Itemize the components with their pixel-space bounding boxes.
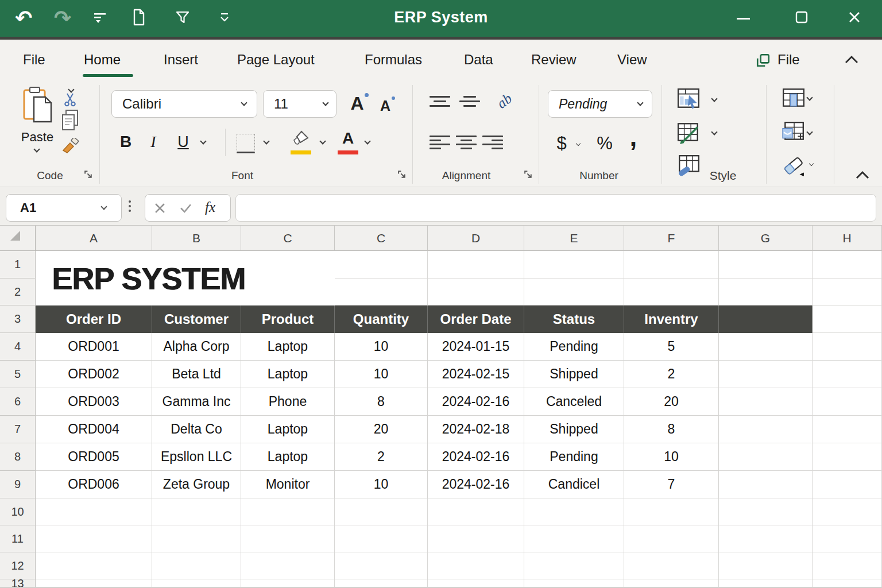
table-cell[interactable]: 2024-02-15 bbox=[428, 361, 524, 388]
cell[interactable] bbox=[241, 525, 335, 552]
cell[interactable] bbox=[152, 498, 241, 525]
table-cell[interactable]: 2 bbox=[624, 361, 719, 388]
cell[interactable] bbox=[813, 333, 882, 361]
cell[interactable] bbox=[524, 552, 624, 579]
cell[interactable] bbox=[813, 443, 882, 471]
column-header[interactable]: C bbox=[241, 226, 335, 251]
cell[interactable] bbox=[524, 251, 624, 278]
table-header-cell[interactable]: Customer bbox=[152, 305, 241, 333]
cell[interactable] bbox=[813, 278, 882, 305]
column-header[interactable]: A bbox=[36, 226, 152, 251]
table-header-cell[interactable] bbox=[719, 305, 813, 333]
cell[interactable] bbox=[813, 471, 882, 498]
select-all-corner[interactable] bbox=[0, 226, 36, 251]
cell[interactable] bbox=[624, 525, 719, 552]
table-cell[interactable]: 10 bbox=[624, 443, 719, 471]
cell[interactable] bbox=[524, 525, 624, 552]
table-header-cell[interactable]: Quantity bbox=[335, 305, 428, 333]
cell[interactable] bbox=[813, 552, 882, 579]
cell[interactable] bbox=[719, 498, 813, 525]
cell[interactable] bbox=[524, 278, 624, 305]
table-cell[interactable]: Alpha Corp bbox=[152, 333, 241, 361]
table-cell[interactable]: ORD001 bbox=[36, 333, 152, 361]
table-cell[interactable]: Shipped bbox=[524, 361, 624, 388]
cell[interactable] bbox=[36, 525, 152, 552]
cell[interactable] bbox=[152, 525, 241, 552]
cell[interactable] bbox=[335, 278, 428, 305]
table-cell[interactable]: 7 bbox=[624, 471, 719, 498]
row-header[interactable]: 9 bbox=[0, 471, 36, 498]
row-header[interactable]: 12 bbox=[0, 552, 36, 579]
table-cell[interactable]: 20 bbox=[624, 388, 719, 416]
table-header-cell[interactable]: Order Date bbox=[428, 305, 524, 333]
cell[interactable] bbox=[428, 525, 524, 552]
cell[interactable] bbox=[813, 416, 882, 443]
cell[interactable] bbox=[241, 498, 335, 525]
table-cell[interactable]: Phone bbox=[241, 388, 335, 416]
table-cell[interactable]: Canceled bbox=[524, 388, 624, 416]
table-cell[interactable]: 2024-02-16 bbox=[428, 471, 524, 498]
column-header[interactable]: G bbox=[719, 226, 813, 251]
row-header[interactable]: 3 bbox=[0, 305, 36, 333]
cell[interactable] bbox=[36, 498, 152, 525]
cell[interactable] bbox=[813, 305, 882, 333]
cell[interactable] bbox=[428, 251, 524, 278]
cell[interactable] bbox=[813, 251, 882, 278]
table-cell[interactable]: 2024-02-18 bbox=[428, 416, 524, 443]
cell[interactable] bbox=[719, 471, 813, 498]
cell[interactable] bbox=[813, 361, 882, 388]
table-cell[interactable]: ORD005 bbox=[36, 443, 152, 471]
table-header-cell[interactable]: Inventry bbox=[624, 305, 719, 333]
table-cell[interactable]: 2024-02-16 bbox=[428, 388, 524, 416]
table-cell[interactable]: 2 bbox=[335, 443, 428, 471]
table-cell[interactable]: Delta Co bbox=[152, 416, 241, 443]
cell[interactable] bbox=[524, 498, 624, 525]
table-cell[interactable]: ORD003 bbox=[36, 388, 152, 416]
cell[interactable] bbox=[428, 552, 524, 579]
cell[interactable] bbox=[719, 443, 813, 471]
row-header[interactable]: 10 bbox=[0, 498, 36, 525]
cell[interactable] bbox=[719, 416, 813, 443]
table-cell[interactable]: 10 bbox=[335, 333, 428, 361]
table-cell[interactable]: Beta Ltd bbox=[152, 361, 241, 388]
cell[interactable] bbox=[719, 388, 813, 416]
cell[interactable] bbox=[813, 525, 882, 552]
table-cell[interactable]: 10 bbox=[335, 471, 428, 498]
cell[interactable] bbox=[719, 552, 813, 579]
cell[interactable] bbox=[624, 251, 719, 278]
table-cell[interactable]: 2024-01-15 bbox=[428, 333, 524, 361]
table-cell[interactable]: 8 bbox=[335, 388, 428, 416]
cell[interactable] bbox=[624, 278, 719, 305]
table-header-cell[interactable]: Status bbox=[524, 305, 624, 333]
cell[interactable] bbox=[719, 361, 813, 388]
table-cell[interactable]: Laptop bbox=[241, 443, 335, 471]
table-cell[interactable]: 5 bbox=[624, 333, 719, 361]
table-header-cell[interactable]: Order ID bbox=[36, 305, 152, 333]
cell[interactable] bbox=[813, 388, 882, 416]
table-cell[interactable]: 10 bbox=[335, 361, 428, 388]
table-cell[interactable]: Zeta Group bbox=[152, 471, 241, 498]
row-header[interactable]: 7 bbox=[0, 416, 36, 443]
table-cell[interactable]: ORD002 bbox=[36, 361, 152, 388]
table-cell[interactable]: Laptop bbox=[241, 333, 335, 361]
table-cell[interactable]: ORD006 bbox=[36, 471, 152, 498]
column-header[interactable]: D bbox=[428, 226, 524, 251]
row-header[interactable]: 5 bbox=[0, 361, 36, 388]
row-header[interactable]: 6 bbox=[0, 388, 36, 416]
table-header-cell[interactable]: Product bbox=[241, 305, 335, 333]
row-header[interactable]: 2 bbox=[0, 278, 36, 305]
table-cell[interactable]: Epsllon LLC bbox=[152, 443, 241, 471]
cell[interactable] bbox=[152, 552, 241, 579]
cell[interactable] bbox=[335, 552, 428, 579]
column-header[interactable]: B bbox=[152, 226, 241, 251]
cell[interactable] bbox=[719, 278, 813, 305]
cell[interactable] bbox=[624, 498, 719, 525]
table-cell[interactable]: Gamma Inc bbox=[152, 388, 241, 416]
cell[interactable] bbox=[428, 278, 524, 305]
column-header[interactable]: F bbox=[624, 226, 719, 251]
table-cell[interactable]: 20 bbox=[335, 416, 428, 443]
row-header[interactable]: 8 bbox=[0, 443, 36, 471]
column-header[interactable]: E bbox=[524, 226, 624, 251]
cell[interactable] bbox=[813, 498, 882, 525]
row-header[interactable]: 1 bbox=[0, 251, 36, 278]
